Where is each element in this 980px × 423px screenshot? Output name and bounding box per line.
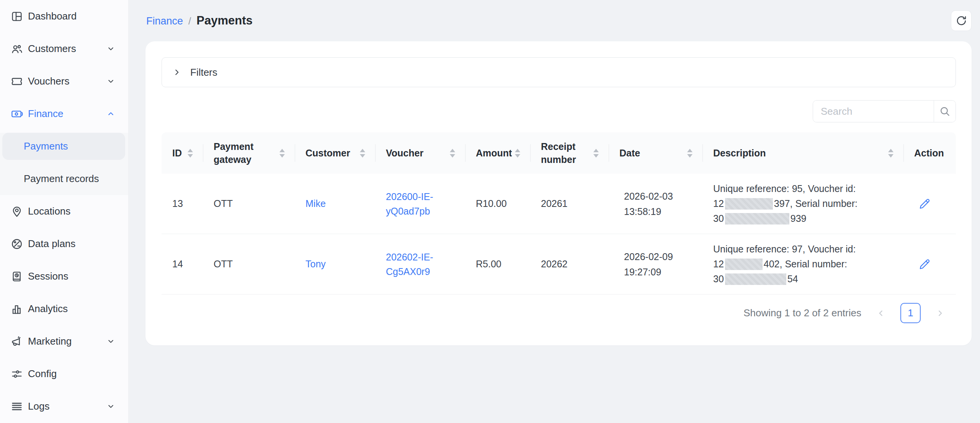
- column-label: Voucher: [386, 146, 423, 159]
- description-text: 12: [713, 198, 724, 209]
- search-input[interactable]: [813, 101, 934, 122]
- config-icon: [11, 368, 23, 380]
- chevron-up-icon: [106, 109, 115, 118]
- finance-submenu: Payments Payment records: [0, 133, 128, 195]
- sidebar-item-payments[interactable]: Payments: [2, 133, 125, 160]
- cell-payment-gateway: OTT: [203, 259, 295, 270]
- analytics-icon: [11, 303, 23, 315]
- breadcrumb-separator: /: [188, 15, 191, 27]
- sort-icon[interactable]: [360, 149, 365, 158]
- column-header-payment-gateway[interactable]: Payment gateway: [203, 132, 295, 174]
- sidebar-item-label: Payment records: [24, 173, 99, 185]
- cell-date: 2026-02-09 19:27:09: [624, 249, 687, 280]
- chevron-right-icon: [935, 308, 945, 318]
- description-text: 939: [791, 213, 807, 224]
- sidebar: Dashboard Customers Vouchers Finance Pay…: [0, 0, 129, 423]
- page-title: Payments: [196, 14, 252, 28]
- edit-button[interactable]: [917, 257, 932, 272]
- column-label: Date: [619, 146, 640, 159]
- sidebar-item-logs[interactable]: Logs: [0, 390, 128, 423]
- sort-icon[interactable]: [687, 149, 693, 158]
- sessions-icon: [11, 270, 23, 283]
- chevron-down-icon: [106, 337, 115, 346]
- cell-amount: R5.00: [465, 259, 530, 270]
- sort-icon[interactable]: [188, 149, 193, 158]
- edit-button[interactable]: [917, 197, 932, 211]
- sidebar-item-config[interactable]: Config: [0, 358, 128, 390]
- voucher-link[interactable]: 202600-IE-yQ0ad7pb: [386, 189, 444, 218]
- sidebar-item-label: Analytics: [28, 303, 68, 315]
- redacted-text: [725, 273, 786, 285]
- chevron-down-icon: [106, 77, 115, 86]
- column-label: Receipt number: [541, 140, 593, 166]
- column-header-receipt-number[interactable]: Receipt number: [530, 132, 609, 174]
- voucher-link[interactable]: 202602-IE-Cg5AX0r9: [386, 250, 444, 279]
- sidebar-item-vouchers[interactable]: Vouchers: [0, 65, 128, 98]
- vouchers-icon: [11, 75, 23, 88]
- chevron-down-icon: [106, 402, 115, 411]
- customers-icon: [11, 43, 23, 55]
- column-label: Payment gateway: [214, 140, 279, 166]
- column-header-id[interactable]: ID: [162, 132, 203, 174]
- column-label: ID: [172, 146, 182, 159]
- sidebar-item-dashboard[interactable]: Dashboard: [0, 0, 128, 33]
- search-box: [813, 100, 956, 122]
- cell-receipt-number: 20261: [530, 198, 609, 209]
- cell-payment-gateway: OTT: [203, 198, 295, 209]
- column-header-amount[interactable]: Amount: [465, 132, 530, 174]
- next-page-button[interactable]: [935, 308, 945, 318]
- table-row: 14 OTT Tony 202602-IE-Cg5AX0r9 R5.00 202…: [162, 234, 956, 294]
- column-label: Customer: [305, 146, 350, 159]
- refresh-button[interactable]: [951, 10, 972, 31]
- description-text: 402, Serial number:: [764, 259, 847, 269]
- filters-label: Filters: [190, 67, 217, 78]
- sidebar-item-finance[interactable]: Finance: [0, 98, 128, 130]
- page-1-button[interactable]: 1: [900, 303, 921, 323]
- breadcrumb-finance-link[interactable]: Finance: [146, 15, 183, 27]
- sidebar-item-customers[interactable]: Customers: [0, 33, 128, 65]
- sidebar-item-label: Config: [28, 368, 57, 380]
- customer-link[interactable]: Tony: [305, 259, 326, 270]
- description-text: Unique reference: 95, Voucher id:: [713, 183, 856, 194]
- search-icon: [939, 106, 951, 117]
- column-header-description[interactable]: Description: [702, 132, 903, 174]
- chevron-right-icon: [172, 67, 182, 77]
- locations-icon: [11, 205, 23, 218]
- description-text: 12: [713, 259, 724, 269]
- column-label: Description: [713, 146, 766, 159]
- sidebar-item-locations[interactable]: Locations: [0, 195, 128, 228]
- search-button[interactable]: [934, 101, 956, 122]
- pagination: Showing 1 to 2 of 2 entries 1: [162, 303, 956, 323]
- refresh-icon: [956, 15, 967, 26]
- sort-icon[interactable]: [450, 149, 455, 158]
- marketing-icon: [11, 335, 23, 348]
- description-text: 30: [713, 213, 724, 224]
- cell-receipt-number: 20262: [530, 259, 609, 270]
- description-text: 397, Serial number:: [774, 198, 858, 209]
- filters-toggle[interactable]: Filters: [162, 57, 956, 87]
- table-header-row: ID Payment gateway Customer Voucher Amou…: [162, 132, 956, 174]
- pencil-icon: [919, 198, 930, 210]
- sidebar-item-analytics[interactable]: Analytics: [0, 293, 128, 325]
- sidebar-item-data-plans[interactable]: Data plans: [0, 228, 128, 260]
- breadcrumb: Finance / Payments: [146, 14, 253, 28]
- column-header-date[interactable]: Date: [609, 132, 702, 174]
- prev-page-button[interactable]: [876, 308, 886, 318]
- sidebar-item-payment-records[interactable]: Payment records: [0, 163, 128, 195]
- sidebar-item-label: Vouchers: [28, 75, 69, 87]
- column-header-customer[interactable]: Customer: [295, 132, 375, 174]
- sort-icon[interactable]: [888, 149, 893, 158]
- sidebar-item-label: Customers: [28, 43, 76, 55]
- redacted-text: [725, 213, 789, 225]
- sort-icon[interactable]: [515, 149, 520, 158]
- redacted-text: [725, 198, 773, 210]
- column-header-voucher[interactable]: Voucher: [375, 132, 465, 174]
- sidebar-item-marketing[interactable]: Marketing: [0, 325, 128, 358]
- sidebar-item-label: Sessions: [28, 270, 69, 282]
- chevron-down-icon: [106, 44, 115, 53]
- sort-icon[interactable]: [593, 149, 599, 158]
- sidebar-item-sessions[interactable]: Sessions: [0, 260, 128, 293]
- sort-icon[interactable]: [279, 149, 285, 158]
- customer-link[interactable]: Mike: [305, 198, 326, 209]
- pencil-icon: [919, 259, 930, 270]
